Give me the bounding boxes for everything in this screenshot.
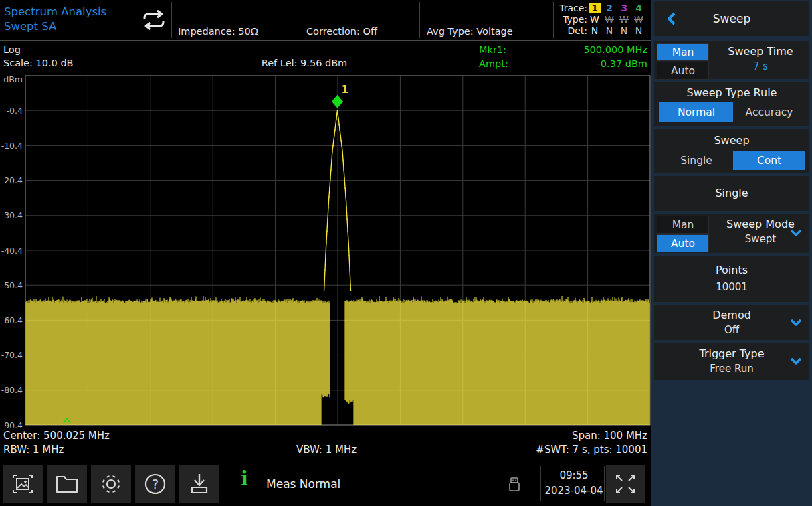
spectrum-analyzer-screen: Spectrum Analysis Swept SA Impedance: 50… (0, 0, 812, 506)
marker-1-number: 1 (342, 84, 348, 96)
divider (540, 466, 541, 501)
fullscreen-button[interactable] (606, 465, 645, 503)
y-axis-label: -70.4 (1, 350, 23, 360)
sweep-type-accuracy-option[interactable]: Accuracy (733, 102, 805, 122)
sweep-toggle-label: Sweep (654, 134, 809, 147)
divider (604, 466, 605, 501)
sweep-mode-auto-toggle[interactable]: Auto (657, 234, 709, 252)
correction-readout: Correction: Off (306, 26, 377, 38)
impedance-readout: Impedance: 50Ω (178, 26, 258, 38)
help-icon: ? (142, 471, 168, 497)
app-title-line1: Spectrum Analysis (4, 5, 106, 19)
sweep-type-rule-label: Sweep Type Rule (654, 86, 809, 99)
y-axis-label: -20.4 (1, 175, 23, 185)
sweep-cont-panel: Sweep Single Cont (654, 129, 809, 173)
swt-annotation: #SWT: 7 s, pts: 10001 (536, 444, 647, 456)
usb-device-icon (507, 477, 522, 493)
trace-1-type: W (587, 14, 602, 25)
divider (462, 44, 462, 71)
trace-3-det: N (617, 25, 631, 37)
expand-arrows-icon (612, 471, 639, 497)
span-annotation: Span: 100 MHz (572, 430, 647, 442)
help-button[interactable]: ? (135, 465, 175, 503)
sweep-mode-panel[interactable]: Man Auto Sweep Mode Swept (654, 214, 809, 253)
ampt-label: Ampt: (479, 57, 508, 71)
log-label: Log (3, 43, 74, 56)
measurement-info-icon: i (241, 467, 248, 490)
chevron-down-icon (789, 228, 803, 238)
divider (171, 2, 172, 38)
svg-text:?: ? (152, 477, 159, 491)
trigger-type-panel[interactable]: Trigger Type Free Run (654, 343, 809, 380)
sweep-single-option[interactable]: Single (659, 151, 733, 170)
marker-1-diamond (332, 95, 343, 108)
app-title: Spectrum Analysis Swept SA (4, 5, 106, 34)
spectrum-chart: dBm-0.4-10.4-20.4-30.4-40.4-50.4-60.4-70… (0, 73, 651, 430)
trace-3-id[interactable]: 3 (617, 3, 631, 14)
time: 09:55 (542, 468, 606, 483)
screenshot-icon (11, 472, 35, 496)
top-status-bar: Spectrum Analysis Swept SA Impedance: 50… (0, 0, 651, 41)
marker1-label: Mkr1: (479, 43, 508, 57)
points-panel[interactable]: Points 10001 (654, 256, 809, 302)
sidebar-header: Sweep (654, 1, 809, 36)
trace-det-label: Det: (554, 25, 587, 37)
chevron-down-icon (789, 357, 803, 366)
single-sweep-label: Single (654, 187, 809, 199)
trace-4-det: N (631, 25, 646, 37)
y-axis-label: dBm (3, 74, 23, 84)
date: 2023-04-04 (542, 483, 606, 499)
bottom-toolbar: ? i Meas Normal 09:55 2023-04-04 (0, 462, 651, 506)
trace-4-id[interactable]: 4 (631, 3, 646, 14)
trigger-type-value: Free Run (654, 363, 809, 375)
save-download-icon (187, 471, 212, 497)
file-browser-button[interactable] (47, 465, 87, 503)
app-title-line2: Swept SA (4, 19, 106, 34)
chevron-down-icon (789, 318, 803, 327)
sidebar-title: Sweep (654, 12, 809, 25)
settings-button[interactable] (91, 465, 131, 503)
scale-bar: Log Scale: 10.0 dB Ref Lel: 9.56 dBm Mkr… (0, 41, 651, 73)
trace-4-type: W (631, 14, 646, 25)
scale-value: Scale: 10.0 dB (3, 56, 74, 70)
trace-3-type: W (617, 14, 631, 25)
trace-legend: Trace: 1 2 3 4 Type: W W W W Det: N N N … (554, 3, 649, 37)
marker-readout-values: 500.000 MHz -0.37 dBm (583, 43, 647, 71)
trace-1-id[interactable]: 1 (587, 3, 602, 14)
folder-icon (54, 473, 80, 495)
divider (419, 2, 420, 38)
y-axis-label: -90.4 (1, 420, 23, 430)
divider (136, 2, 136, 38)
points-value: 10001 (654, 281, 809, 293)
marker1-frequency: 500.000 MHz (583, 43, 647, 57)
trace-2-id[interactable]: 2 (602, 3, 617, 14)
sweep-type-normal-option[interactable]: Normal (659, 102, 733, 122)
y-axis-label: -60.4 (1, 315, 23, 325)
sweep-cont-option[interactable]: Cont (733, 151, 805, 170)
divider (300, 2, 300, 38)
trace-type-label: Type: (554, 14, 587, 25)
sweep-time-man-toggle[interactable]: Man (657, 43, 709, 61)
demod-value: Off (654, 324, 809, 336)
sweep-type-rule-panel: Sweep Type Rule Normal Accuracy (654, 82, 809, 126)
trace-1-det: N (587, 25, 602, 37)
sweep-mode-man-toggle[interactable]: Man (657, 216, 709, 234)
sweep-time-auto-toggle[interactable]: Auto (657, 62, 709, 80)
divider (205, 44, 205, 71)
continuous-sweep-loop-icon[interactable] (138, 8, 169, 32)
demod-label: Demod (654, 309, 809, 321)
trigger-type-label: Trigger Type (654, 347, 809, 360)
ref-level-readout: Ref Lel: 9.56 dBm (227, 58, 381, 68)
y-axis-label: -40.4 (1, 246, 23, 256)
screenshot-button[interactable] (3, 465, 43, 503)
spectrum-display: dBm-0.4-10.4-20.4-30.4-40.4-50.4-60.4-70… (0, 73, 651, 430)
center-freq-annotation: Center: 500.025 MHz (3, 430, 110, 442)
y-axis-label: -80.4 (1, 385, 23, 395)
sweep-time-panel[interactable]: Man Auto Sweep Time 7 s (654, 41, 809, 79)
demod-panel[interactable]: Demod Off (654, 305, 809, 340)
save-button[interactable] (179, 465, 219, 503)
trace-label: Trace: (554, 3, 587, 14)
y-axis-label: -30.4 (1, 210, 23, 220)
single-sweep-button[interactable]: Single (654, 176, 809, 211)
scale-readout: Log Scale: 10.0 dB (3, 43, 74, 70)
